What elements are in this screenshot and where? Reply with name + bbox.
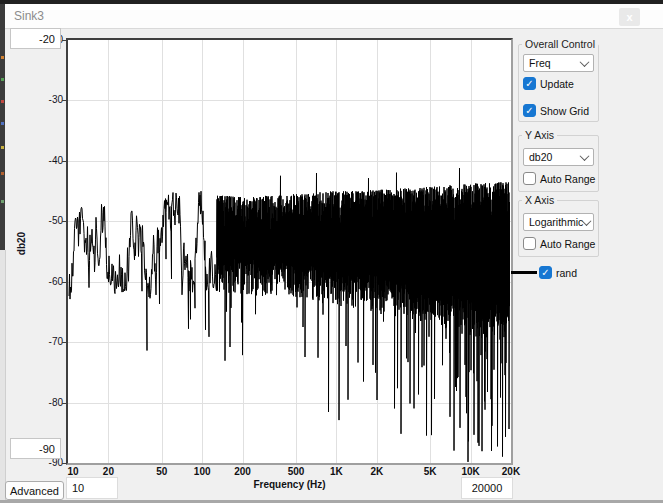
y-axis-group: Y Axis db20 Auto Range (518, 135, 599, 192)
x-tick-label: 10K (454, 467, 488, 477)
overall-control-group: Overall Control Freq ✓ Update ✓ Show Gri… (518, 44, 599, 122)
chevron-down-icon (580, 57, 590, 67)
y-tick-label: -40 (33, 156, 63, 166)
background-window-strip (0, 4, 5, 250)
background-window-strip-lower (0, 250, 6, 503)
x-tick-label: 1K (319, 467, 353, 477)
x-axis-group: X Axis Logarithmic Auto Range (518, 200, 599, 257)
x-tick-label: 500 (279, 467, 313, 477)
close-button[interactable]: x (619, 8, 640, 26)
x-tick-label: 50 (145, 467, 179, 477)
y-axis-dropdown[interactable]: db20 (523, 148, 594, 166)
x-axis-group-title: X Axis (522, 194, 557, 206)
legend-rand-checkbox[interactable]: ✓ (539, 266, 552, 279)
y-tick-mark (62, 282, 66, 283)
y-max-input[interactable] (10, 28, 61, 49)
x-tick-label: 20 (91, 467, 125, 477)
y-tick-label: -70 (33, 337, 63, 347)
sink-plot-window: Sink3 x db20 Frequency (Hz) -20-30-40-50… (0, 0, 663, 503)
x-auto-range-label: Auto Range (540, 238, 595, 250)
y-tick-mark (62, 100, 66, 101)
y-tick-mark (62, 342, 66, 343)
overall-control-group-title: Overall Control (522, 38, 598, 50)
update-checkbox[interactable]: ✓ (523, 77, 536, 90)
spectrum-trace-svg (68, 40, 511, 463)
chevron-down-icon (580, 151, 590, 161)
y-axis-title: db20 (16, 232, 27, 255)
background-window-icon (1, 172, 4, 175)
y-tick-mark (62, 161, 66, 162)
overall-control-dropdown[interactable]: Freq (523, 54, 594, 72)
title-bar[interactable]: Sink3 x (5, 4, 663, 29)
y-axis-dropdown-value: db20 (529, 151, 552, 163)
y-auto-range-checkbox[interactable] (523, 172, 536, 185)
legend-line-sample (511, 271, 537, 274)
x-auto-range-checkbox[interactable] (523, 237, 536, 250)
y-tick-label: -80 (33, 398, 63, 408)
background-window-icon (1, 78, 4, 81)
x-min-input[interactable] (66, 477, 118, 499)
y-tick-mark (62, 221, 66, 222)
advanced-button[interactable]: Advanced (5, 481, 64, 500)
show-grid-checkbox[interactable]: ✓ (523, 104, 536, 117)
x-tick-label: 200 (226, 467, 260, 477)
background-window-icon (1, 146, 4, 149)
x-axis-title: Frequency (Hz) (66, 479, 513, 490)
y-tick-label: -30 (33, 95, 63, 105)
spectrum-plot[interactable] (66, 38, 513, 465)
y-tick-mark (62, 40, 66, 41)
y-tick-label: -60 (33, 277, 63, 287)
y-axis-group-title: Y Axis (522, 129, 557, 141)
x-axis-dropdown[interactable]: Logarithmic (523, 213, 594, 231)
window-title: Sink3 (14, 9, 44, 23)
y-tick-label: -50 (33, 216, 63, 226)
background-window-icon (1, 122, 4, 125)
show-grid-checkbox-label: Show Grid (540, 105, 589, 117)
overall-control-dropdown-value: Freq (529, 57, 551, 69)
x-tick-label: 20K (494, 467, 528, 477)
x-tick-label: 5K (413, 467, 447, 477)
y-min-input[interactable] (10, 438, 61, 459)
y-auto-range-label: Auto Range (540, 173, 595, 185)
y-tick-mark (62, 403, 66, 404)
background-window-icon (1, 100, 4, 103)
chevron-down-icon (582, 216, 592, 226)
x-axis-dropdown-value: Logarithmic (529, 216, 583, 228)
x-tick-label: 2K (360, 467, 394, 477)
background-window-icon (1, 200, 4, 203)
update-checkbox-label: Update (540, 78, 574, 90)
legend-series-label: rand (556, 267, 577, 279)
x-tick-label: 10 (56, 467, 90, 477)
x-tick-label: 100 (185, 467, 219, 477)
background-window-icon (1, 56, 4, 59)
spectrum-trace (69, 168, 510, 462)
y-tick-mark (62, 463, 66, 464)
x-max-input[interactable] (461, 477, 513, 499)
